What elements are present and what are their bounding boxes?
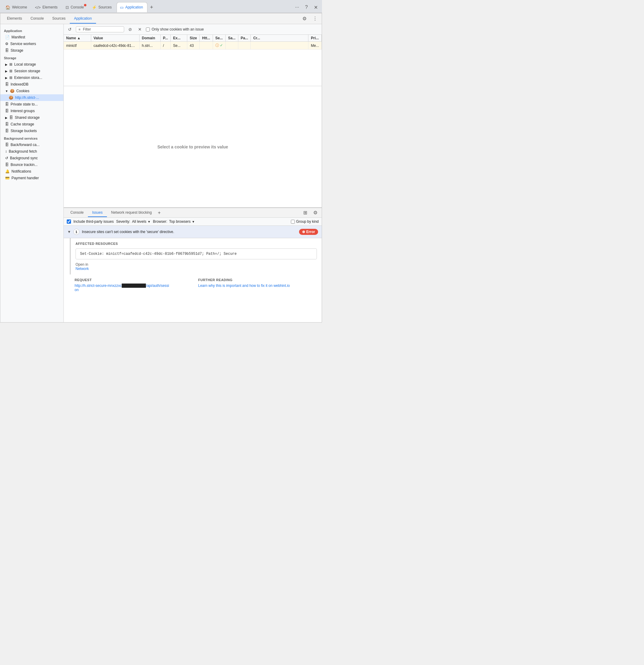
- further-reading-link[interactable]: Learn why this is important and how to f…: [198, 284, 317, 288]
- sidebar-item-interest-groups[interactable]: 🗄 Interest groups: [0, 108, 63, 114]
- browser-chrome: 🏠 Welcome </> Elements ⊡ Console ⚡ Sourc…: [0, 0, 322, 13]
- refresh-button[interactable]: ↺: [66, 26, 73, 33]
- bottom-tab-network-blocking[interactable]: Network request blocking: [107, 209, 156, 217]
- col-header-samesite[interactable]: Sa...: [226, 35, 238, 42]
- sidebar-item-manifest[interactable]: 📄 Manifest: [0, 34, 63, 40]
- sidebar-item-session-storage[interactable]: ▶ ⊞ Session storage: [0, 68, 63, 74]
- tab-console-label: Console: [71, 5, 84, 10]
- sidebar-item-background-fetch[interactable]: ↕ Background fetch: [0, 148, 63, 155]
- sidebar-item-private-state[interactable]: 🗄 Private state to...: [0, 101, 63, 108]
- console-icon: ⊡: [65, 5, 69, 10]
- close-button[interactable]: ✕: [312, 4, 319, 11]
- col-header-http[interactable]: Htt...: [199, 35, 213, 42]
- issue-expand-arrow[interactable]: ▼: [67, 230, 71, 234]
- bounce-tracking-icon: 🗄: [5, 163, 9, 167]
- tab-application[interactable]: ▭ Application: [117, 2, 148, 13]
- tab-console[interactable]: ⊡ Console: [62, 2, 88, 13]
- back-forward-icon: 🗄: [5, 143, 9, 147]
- tab-welcome[interactable]: 🏠 Welcome: [2, 2, 32, 13]
- devtools-tab-console[interactable]: Console: [26, 14, 48, 23]
- cookie-table-header: Name ▲ Value Domain P... Ex... Size Htt.…: [64, 35, 322, 42]
- group-by-checkbox-container[interactable]: Group by kind: [291, 220, 319, 224]
- col-header-partition[interactable]: Pa...: [238, 35, 251, 42]
- sidebar-item-cache-storage[interactable]: 🗄 Cache storage: [0, 121, 63, 128]
- col-header-name[interactable]: Name ▲: [64, 35, 91, 42]
- cookie-secure: ⓘ ✓: [213, 42, 225, 50]
- sidebar-item-shared-storage[interactable]: ▶ 🗄 Shared storage: [0, 114, 63, 121]
- cookie-issue-checkbox-label[interactable]: Only show cookies with an issue: [146, 27, 204, 32]
- sidebar-item-payment-handler[interactable]: 💳 Payment handler: [0, 175, 63, 182]
- cookie-priority: Me...: [308, 42, 322, 50]
- elements-icon: </>: [35, 5, 41, 10]
- sidebar-item-cookies-http-label: http://h.strict-...: [15, 96, 39, 100]
- settings-button[interactable]: ⚙: [311, 209, 319, 216]
- clear-cookie-button[interactable]: ⊘: [126, 26, 134, 33]
- main-content: ↺ ≡ Filter ⊘ ✕ Only show cookies with an…: [64, 24, 322, 322]
- col-header-secure[interactable]: Se...: [213, 35, 225, 42]
- col-header-priority[interactable]: Pri...: [308, 35, 322, 42]
- cookie-value: caafedcd-c42c-49dc-81b6-f0...: [91, 42, 139, 50]
- sidebar-item-notifications[interactable]: 🔔 Notifications: [0, 168, 63, 175]
- tab-elements[interactable]: </> Elements: [32, 2, 62, 13]
- col-header-path[interactable]: P...: [160, 35, 170, 42]
- delete-cookie-button[interactable]: ✕: [136, 26, 143, 33]
- sidebar-item-indexeddb-label: IndexedDB: [11, 82, 28, 87]
- issue-row[interactable]: ▼ 1 Insecure sites can't set cookies wit…: [64, 226, 322, 238]
- group-by-checkbox[interactable]: [291, 220, 295, 224]
- devtools-tab-application[interactable]: Application: [70, 14, 96, 23]
- sidebar-item-storage-buckets[interactable]: 🗄 Storage buckets: [0, 128, 63, 134]
- sidebar-item-bounce-tracking[interactable]: 🗄 Bounce trackin...: [0, 162, 63, 168]
- affected-resources-label: AFFECTED RESOURCES: [76, 242, 317, 245]
- help-button[interactable]: ?: [303, 4, 310, 11]
- bottom-tab-console[interactable]: Console: [66, 209, 88, 217]
- request-url-link[interactable]: http://h.strict-secure-mnxzzxcREDACTED/a…: [75, 284, 193, 292]
- sidebar-item-back-forward[interactable]: 🗄 Back/forward ca...: [0, 141, 63, 148]
- sidebar-item-storage-label: Storage: [11, 49, 23, 53]
- sidebar-item-cookies-http[interactable]: 🍪 http://h.strict-...: [0, 94, 63, 101]
- new-tab-button[interactable]: +: [148, 4, 155, 11]
- devtools-more-button[interactable]: ⋮: [311, 15, 319, 22]
- more-options-button[interactable]: ···: [293, 4, 301, 11]
- sidebar-item-service-workers[interactable]: ⚙ Service workers: [0, 40, 63, 47]
- dock-button[interactable]: ⊞: [301, 209, 309, 216]
- bottom-tab-issues[interactable]: Issues: [88, 209, 107, 217]
- sidebar-item-cookies[interactable]: ▼ 🍪 Cookies: [0, 88, 63, 94]
- devtools-tab-elements[interactable]: Elements: [3, 14, 26, 23]
- request-col: REQUEST http://h.strict-secure-mnxzzxcRE…: [75, 278, 193, 292]
- col-header-expires[interactable]: Ex...: [170, 35, 187, 42]
- cookie-size: 43: [187, 42, 199, 50]
- cookie-row[interactable]: minictf caafedcd-c42c-49dc-81b6-f0... h.…: [64, 42, 322, 50]
- cookie-table: Name ▲ Value Domain P... Ex... Size Htt.…: [64, 35, 322, 50]
- browser-dropdown[interactable]: Browser: Top browsers ▼: [153, 220, 195, 224]
- filter-icon: ≡: [79, 27, 80, 31]
- devtools-tab-sources[interactable]: Sources: [48, 14, 70, 23]
- col-header-size[interactable]: Size: [187, 35, 199, 42]
- cookie-domain: h.stri...: [139, 42, 160, 50]
- sidebar-item-extension-storage[interactable]: ▶ ⊞ Extension stora...: [0, 74, 63, 81]
- severity-dropdown[interactable]: Severity: All levels ▼: [116, 220, 151, 224]
- sidebar-item-storage[interactable]: 🗄 Storage: [0, 47, 63, 54]
- col-header-value[interactable]: Value: [91, 35, 139, 42]
- network-link[interactable]: Network: [76, 267, 89, 271]
- tab-sources[interactable]: ⚡ Sources: [89, 2, 116, 13]
- sidebar-item-local-storage[interactable]: ▶ ⊞ Local storage: [0, 61, 63, 68]
- cookie-string-box: Set-Cookie: minictf=caafedcd-c42c-49dc-8…: [76, 248, 317, 259]
- col-header-crosssite[interactable]: Cr...: [251, 35, 308, 42]
- sidebar-item-indexeddb[interactable]: 🗄 IndexedDB: [0, 81, 63, 88]
- sidebar-item-background-sync[interactable]: ↺ Background sync: [0, 155, 63, 162]
- include-third-party-checkbox[interactable]: [67, 220, 71, 224]
- col-header-domain[interactable]: Domain: [139, 35, 160, 42]
- session-storage-arrow: ▶: [5, 70, 7, 73]
- cookies-icon: 🍪: [10, 89, 15, 93]
- tab-elements-label: Elements: [43, 5, 58, 10]
- cookie-partition: [238, 42, 251, 50]
- devtools-settings-button[interactable]: ⚙: [300, 15, 308, 22]
- cookies-arrow: ▼: [5, 90, 8, 93]
- group-by-label: Group by kind: [296, 220, 319, 224]
- sidebar-item-service-workers-label: Service workers: [10, 42, 36, 46]
- devtools-tab-bar: Elements Console Sources Application ⚙ ⋮: [0, 13, 322, 24]
- add-panel-button[interactable]: +: [156, 209, 162, 216]
- error-label: Error: [306, 230, 315, 234]
- cookie-filter[interactable]: ≡ Filter: [76, 26, 124, 32]
- cookie-issue-checkbox[interactable]: [146, 27, 150, 32]
